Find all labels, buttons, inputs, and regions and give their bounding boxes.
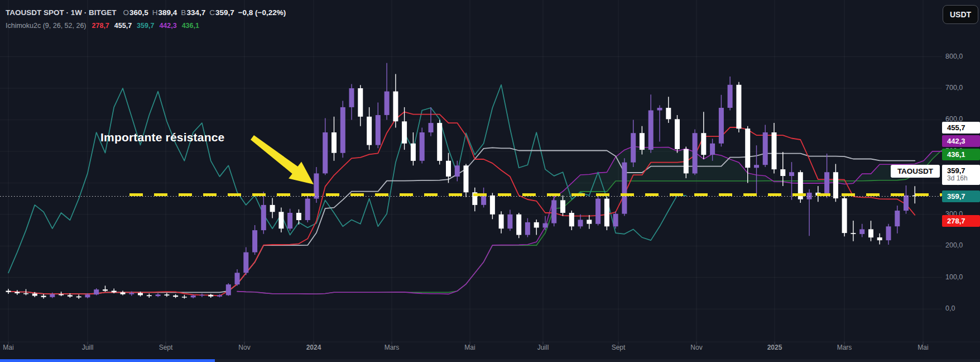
ohlc-token: H389,4 [152,8,177,17]
price-tick-label: 700,0 [945,84,979,92]
ohlc-values: O360,5H389,4B334,7C359,7 [123,8,238,17]
axis-price-label: 359,7 [942,190,980,202]
time-tick-label: Nov [690,344,702,351]
kijun-line [8,147,915,294]
time-tick-label: Mai [917,344,928,351]
price-tick-label: 100,0 [945,273,979,281]
price-tick-label: 200,0 [945,241,979,249]
time-tick-label: Nov [238,344,250,351]
time-tick-label: 2024 [306,344,321,351]
bottom-loading-track [0,359,980,362]
indicator-legend-row[interactable]: Ichimoku2c (9, 26, 52, 26)278,7455,7359,… [6,22,204,30]
axis-price-label: 455,7 [942,122,980,134]
axis-price-label: 278,7 [942,215,980,227]
indicator-value: 359,7 [137,22,154,30]
indicator-title[interactable]: Ichimoku2c (9, 26, 52, 26) [6,22,87,30]
indicator-value: 278,7 [92,22,109,30]
time-tick-label: Mars [385,344,400,351]
axis-price-label: 436,1 [942,149,980,160]
price-chart-canvas[interactable] [0,0,980,362]
time-tick-label: Mars [837,344,852,351]
time-tick-label: Juill [537,344,549,351]
axis-price-label: 359,73d 16h [942,165,980,185]
ohlc-token: O360,5 [123,8,148,17]
axis-price-label: 442,3 [942,135,980,147]
price-tick-label: 0,0 [945,304,979,312]
time-tick-label: Sept [159,344,173,351]
symbol-price-tag: TAOUSDT [891,165,940,178]
loading-progress-bar [0,359,215,362]
resistance-annotation-label[interactable]: Importante résistance [100,131,224,144]
trading-chart-window: TAOUSDT SPOT · 1W · BITGETO360,5H389,4B3… [0,0,980,362]
indicator-values: 278,7455,7359,7442,3436,1 [92,22,204,30]
annotation-arrow-icon[interactable] [251,135,314,184]
price-tick-label: 800,0 [945,53,979,60]
ohlc-token: C359,7 [209,8,234,17]
time-tick-label: Juill [82,344,94,351]
indicator-value: 455,7 [114,22,132,30]
symbol-title[interactable]: TAOUSDT SPOT · 1W · BITGET [6,8,117,17]
ohlc-token: B334,7 [181,8,205,17]
indicator-value: 436,1 [182,22,199,30]
time-tick-label: 2025 [767,344,782,351]
time-tick-label: Sept [612,344,626,351]
currency-toggle-button[interactable]: USDT [943,5,978,24]
time-tick-label: Mai [3,344,13,351]
time-tick-label: Mai [464,344,475,351]
indicator-value: 442,3 [159,22,176,30]
symbol-legend-row[interactable]: TAOUSDT SPOT · 1W · BITGETO360,5H389,4B3… [6,8,290,17]
change-value: −0,8 (−0,22%) [238,8,286,17]
time-axis[interactable] [0,342,980,359]
countdown-timer: 3d 16h [947,175,980,182]
